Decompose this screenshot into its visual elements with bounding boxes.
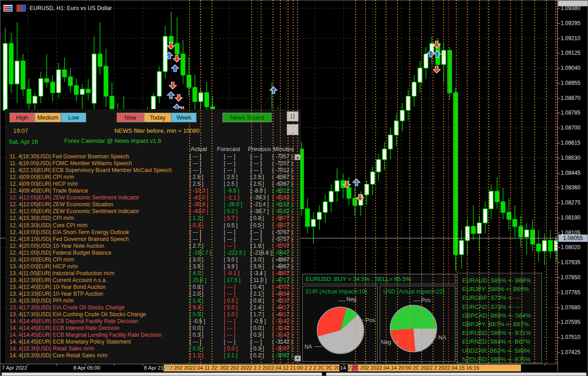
calendar-row: 13. 4|11:00|EUR| Industrial Production m… — [5, 270, 300, 277]
price-tick-label: 1.08020 — [561, 244, 580, 251]
filter-low-button[interactable]: Low — [61, 113, 86, 122]
calendar-row: 12. 4|19:00|USD| EIA Short-Term Energy O… — [5, 229, 300, 236]
calendar-row: 13. 4|17:30|USD| EIA Crude Oil Stocks Ch… — [5, 304, 300, 311]
chart-profile-icon — [16, 5, 26, 12]
calendar-row: 12. 4|15:30|USD| Core CPI m/m[ 0.3 ][ 0.… — [5, 222, 300, 229]
calendar-row: 14. 4|15:30|USD| Retail Sales m/m[ 0.5 ]… — [5, 345, 300, 352]
price-tick-label: 1.08615 — [561, 140, 580, 146]
price-tick-label: 1.09125 — [561, 50, 580, 56]
mt4-chart-window: EURUSD, H1: Euro vs US Dollar High Mediu… — [0, 0, 588, 376]
range-today-button[interactable]: Today — [144, 113, 171, 122]
scrollbar-thumb[interactable] — [1, 372, 322, 376]
price-tick-label: 1.08785 — [561, 110, 580, 116]
column-header-actual: Actual — [191, 146, 207, 152]
price-tick-label: 1.08955 — [561, 80, 580, 86]
price-tick-label: 1.08360 — [561, 184, 580, 191]
eur-impact-panel: EUR (Actual impact=19) Neg Pos NA — [302, 286, 378, 362]
calendar-rows: 11. 4|16:30|USD| Fed Governor Bowman Spe… — [5, 153, 300, 363]
strength-row: EURJPY: S80% <- B60% — [462, 285, 542, 293]
calendar-row: 12. 4|09:45|EUR| Trade Balance[ -10.3 ][… — [5, 188, 300, 194]
news-event-line — [421, 0, 422, 363]
forex-calendar-panel: High Medium Low Now Today Week News Soun… — [5, 109, 300, 363]
news-event-line — [189, 0, 190, 363]
price-tick-label: 1.08700 — [561, 125, 580, 131]
time-axis-label: 8 Apr 05:00 — [73, 365, 100, 371]
column-header-minutes: Minutes — [273, 146, 294, 152]
strength-row: NZDUSD: S60% <- B75% — [462, 355, 542, 364]
news-event-line — [534, 0, 535, 363]
strength-row: GBPCAD: B68% <- S64% — [462, 311, 542, 320]
current-price-badge: 1.08055 — [558, 235, 588, 242]
range-week-button[interactable]: Week — [171, 113, 196, 122]
news-event-line — [293, 0, 294, 363]
calendar-row: 13. 4|12:30|EUR| Current Account n.s.a.[… — [5, 277, 300, 284]
news-event-line — [200, 0, 201, 363]
eur-impact-pie — [317, 307, 364, 354]
price-tick-label: 1.07935 — [561, 259, 580, 266]
column-header-forecast: Forecast — [217, 146, 240, 152]
calendar-row: 14. 4|15:30|USD| Core Retail Sales m/m[ … — [5, 352, 300, 359]
calendar-row: 14. 4|14:45|EUR| ECB Marginal Lending Fa… — [5, 332, 300, 339]
time-axis: 202 202 2022.04.11 22: 202 202 2022 2 2 … — [0, 364, 557, 371]
time-axis-label: 7 Apr 2022 — [2, 365, 27, 371]
calendar-row: 11. 4|22:15|EUR| ECB Supervisory Board M… — [5, 167, 300, 174]
news-event-line — [273, 0, 273, 363]
filter-high-button[interactable]: High — [10, 113, 35, 122]
news-event-line — [488, 0, 489, 363]
price-tick-label: 1.08275 — [561, 199, 580, 206]
news-time-segment: 2 2C 202 2022.04.14 20:00 2C 2022 2 2022… — [348, 365, 521, 371]
usd-impact-panel: USD (Actual impact=22) Pos NA Neg — [380, 286, 455, 362]
news-event-line — [251, 0, 252, 363]
range-now-button[interactable]: Now — [117, 113, 144, 122]
news-event-line — [280, 0, 281, 363]
calendar-row: 13. 4|12:40|EUR| 10-Year Bond Auction[ 0… — [5, 284, 300, 291]
news-event-line — [375, 0, 376, 363]
news-event-line — [499, 0, 500, 363]
calendar-row: 12. 4|12:05|EUR| ZEW Economic Situation[… — [5, 201, 300, 208]
horizontal-scrollbar[interactable] — [0, 372, 588, 376]
calendar-row: 13. 4|17:30|USD| EIA Cushing Crude Oil S… — [5, 311, 300, 318]
price-tick-label: 1.07595 — [561, 319, 580, 325]
filter-medium-button[interactable]: Medium — [35, 113, 61, 122]
clock-label: 19:07 — [13, 127, 28, 134]
news-event-line — [409, 0, 410, 363]
news-event-line — [365, 0, 366, 363]
price-axis: 1.093801.092951.092101.091251.090401.089… — [557, 0, 588, 371]
news-event-line — [288, 0, 289, 363]
strength-row: USDZAR: B62% <- S83% — [462, 346, 542, 355]
price-axis-grip — [558, 0, 588, 6]
time-axis-label: 14 — [340, 365, 346, 371]
news-event-line — [555, 0, 556, 363]
calendar-title: Forex Calendar @ News impact v1.8 — [64, 137, 161, 144]
calendar-row: 12. 4|09:00|EUR| HICP m/m[ 2.5 ][ 2.5 ][… — [5, 181, 300, 188]
price-tick-label: 1.07425 — [561, 349, 580, 355]
calendar-row: 14. 4|14:45|EUR| ECB Interest Rate Decis… — [5, 325, 300, 332]
news-event-line — [355, 0, 356, 363]
usd-na-tag: NA — [438, 334, 446, 341]
calendar-row: 13. 4|10:00|EUR| CPI m/m[ 3.0 ][ 3.0 ][ … — [5, 256, 300, 263]
eur-na-tag: NA — [304, 344, 312, 350]
news-event-line — [456, 0, 457, 363]
calendar-row: 12. 4|20:00|USD| 10-Year Note Auction[ 2… — [5, 243, 300, 250]
calendar-row: 13. 4|10:00|EUR| HICP m/m[ 3.9 ][ 3.9 ][… — [5, 263, 300, 270]
strength-row: EURNZD: S64% <- B67% — [462, 337, 542, 346]
scrollbar-segment[interactable] — [326, 372, 587, 376]
strength-row: GBPJPY: B67% <- B67% — [462, 320, 542, 329]
calendar-row: 11. 4|16:30|USD| Fed Governor Bowman Spe… — [5, 153, 300, 160]
price-tick-label: 1.08445 — [561, 170, 580, 176]
chart-symbol-title: EURUSD, H1: Euro vs US Dollar — [30, 5, 112, 11]
chart-title-bar: EURUSD, H1: Euro vs US Dollar — [3, 4, 112, 13]
price-tick-label: 1.07765 — [561, 289, 580, 296]
eur-pos-tag: Pos — [366, 317, 375, 324]
indicator-list-icon — [3, 5, 13, 12]
price-tick-label: 1.09040 — [561, 65, 580, 71]
news-event-line — [448, 0, 449, 363]
news-event-line — [510, 0, 511, 363]
calendar-row: 14. 4|14:45|EUR| ECB Deposit Facility Ra… — [5, 318, 300, 325]
calendar-row: 11. 4|19:00|USD| FOMC Member Williams Sp… — [5, 160, 300, 167]
news-event-line — [546, 0, 547, 363]
calendar-row: 12. 4|12:05|EUR| ZEW Economic Sentiment … — [5, 208, 300, 215]
news-event-line — [443, 0, 444, 363]
calendar-row: 13. 4|15:30|USD| PPI m/m[ 1.4 ][ 0.5 ][ … — [5, 298, 300, 304]
news-sound-button[interactable]: News Sound — [222, 113, 272, 122]
